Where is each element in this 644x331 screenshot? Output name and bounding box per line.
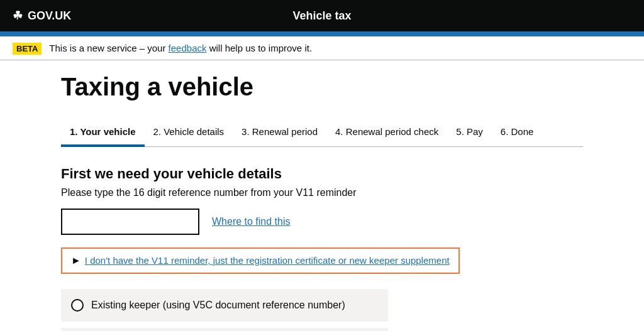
main-content: Taxing a vehicle 1. Your vehicle 2. Vehi… (48, 60, 596, 331)
radio-options-group: Existing keeper (using V5C document refe… (61, 289, 583, 331)
form-description: Please type the 16 digit reference numbe… (61, 187, 583, 198)
radio-existing-keeper-input[interactable] (71, 299, 84, 312)
beta-tag: BETA (13, 43, 42, 55)
step-1[interactable]: 1. Your vehicle (61, 120, 145, 147)
radio-new-keeper[interactable]: New keeper (using V5C/2 new keeper suppl… (61, 328, 388, 331)
reference-input[interactable] (61, 209, 199, 235)
feedback-link[interactable]: feedback (169, 43, 207, 53)
steps-nav: 1. Your vehicle 2. Vehicle details 3. Re… (61, 120, 583, 147)
gov-logo[interactable]: ☘ GOV.UK (13, 9, 71, 23)
form-heading: First we need your vehicle details (61, 166, 583, 182)
beta-banner: BETA This is a new service – your feedba… (0, 36, 644, 60)
beta-text-after: will help us to improve it. (206, 43, 312, 53)
accordion-arrow-icon: ► (71, 255, 81, 266)
where-to-find-link[interactable]: Where to find this (212, 216, 291, 227)
header-title: Vehicle tax (292, 9, 351, 23)
page-title: Taxing a vehicle (61, 73, 583, 101)
step-6[interactable]: 6. Done (492, 120, 543, 146)
step-3[interactable]: 3. Renewal period (233, 120, 326, 146)
logo-text: GOV.UK (28, 9, 71, 23)
blue-stripe (0, 31, 644, 36)
site-header: ☘ GOV.UK Vehicle tax (0, 0, 644, 31)
step-4[interactable]: 4. Renewal period check (326, 120, 447, 146)
accordion-label[interactable]: I don't have the V11 reminder, just the … (85, 255, 450, 266)
crown-icon: ☘ (13, 9, 23, 23)
beta-text: This is a new service – your (49, 43, 168, 53)
accordion-v11[interactable]: ►I don't have the V11 reminder, just the… (61, 247, 460, 274)
form-section: First we need your vehicle details Pleas… (61, 166, 583, 331)
radio-existing-keeper-label: Existing keeper (using V5C document refe… (91, 300, 345, 311)
radio-existing-keeper[interactable]: Existing keeper (using V5C document refe… (61, 289, 388, 322)
reference-input-row: Where to find this (61, 209, 583, 235)
step-2[interactable]: 2. Vehicle details (145, 120, 233, 146)
step-5[interactable]: 5. Pay (447, 120, 492, 146)
